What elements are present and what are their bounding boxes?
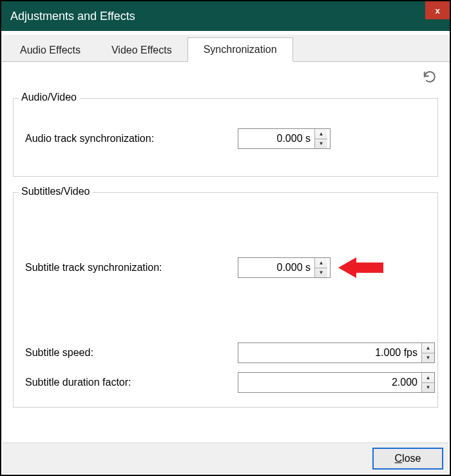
close-button[interactable]: Close xyxy=(372,448,443,470)
subtitle-sync-label: Subtitle track synchronization: xyxy=(25,262,238,273)
tab-synchronization[interactable]: Synchronization xyxy=(187,37,293,62)
close-icon: x xyxy=(435,6,439,15)
tab-panel-synchronization: Audio/Video Audio track synchronization:… xyxy=(1,62,450,441)
refresh-icon[interactable] xyxy=(423,70,437,84)
close-button-rest: lose xyxy=(402,453,421,464)
tabstrip: Audio Effects Video Effects Synchronizat… xyxy=(1,35,450,62)
spinner-up-icon[interactable]: ▲ xyxy=(422,343,434,353)
group-subtitles-video-legend: Subtitles/Video xyxy=(19,186,92,197)
spinner-down-icon[interactable]: ▼ xyxy=(315,268,327,278)
group-audio-video: Audio/Video Audio track synchronization:… xyxy=(13,98,438,177)
subtitle-speed-spinner[interactable]: ▲ ▼ xyxy=(238,342,435,363)
audio-sync-input[interactable] xyxy=(238,129,314,148)
audio-sync-stepper[interactable]: ▲ ▼ xyxy=(314,129,327,148)
spinner-down-icon[interactable]: ▼ xyxy=(422,383,434,393)
subtitle-duration-label: Subtitle duration factor: xyxy=(25,377,238,388)
subtitle-duration-input[interactable] xyxy=(238,373,421,392)
annotation-arrow-icon xyxy=(338,256,383,279)
subtitle-speed-stepper[interactable]: ▲ ▼ xyxy=(421,343,434,362)
titlebar: Adjustments and Effects x xyxy=(1,1,450,31)
spinner-down-icon[interactable]: ▼ xyxy=(422,353,434,363)
close-button-accel: C xyxy=(395,453,403,464)
group-subtitles-video: Subtitles/Video Subtitle track synchroni… xyxy=(13,192,438,408)
svg-marker-0 xyxy=(338,257,383,278)
subtitle-speed-input[interactable] xyxy=(238,343,421,362)
spinner-down-icon[interactable]: ▼ xyxy=(315,139,327,149)
audio-sync-label: Audio track synchronization: xyxy=(25,133,238,144)
subtitle-sync-spinner[interactable]: ▲ ▼ xyxy=(238,257,331,278)
subtitle-sync-stepper[interactable]: ▲ ▼ xyxy=(314,258,327,277)
subtitle-duration-stepper[interactable]: ▲ ▼ xyxy=(421,373,434,392)
spinner-up-icon[interactable]: ▲ xyxy=(315,258,327,268)
window-close-button[interactable]: x xyxy=(425,1,450,19)
subtitle-duration-spinner[interactable]: ▲ ▼ xyxy=(238,372,435,393)
audio-sync-spinner[interactable]: ▲ ▼ xyxy=(238,128,331,149)
group-audio-video-legend: Audio/Video xyxy=(19,92,79,103)
tab-audio-effects[interactable]: Audio Effects xyxy=(5,39,96,62)
window-title: Adjustments and Effects xyxy=(10,10,135,23)
spinner-up-icon[interactable]: ▲ xyxy=(422,373,434,383)
spinner-up-icon[interactable]: ▲ xyxy=(315,129,327,139)
tab-video-effects[interactable]: Video Effects xyxy=(96,39,187,62)
subtitle-sync-input[interactable] xyxy=(238,258,314,277)
dialog-footer: Close xyxy=(3,442,448,473)
subtitle-speed-label: Subtitle speed: xyxy=(25,347,238,359)
